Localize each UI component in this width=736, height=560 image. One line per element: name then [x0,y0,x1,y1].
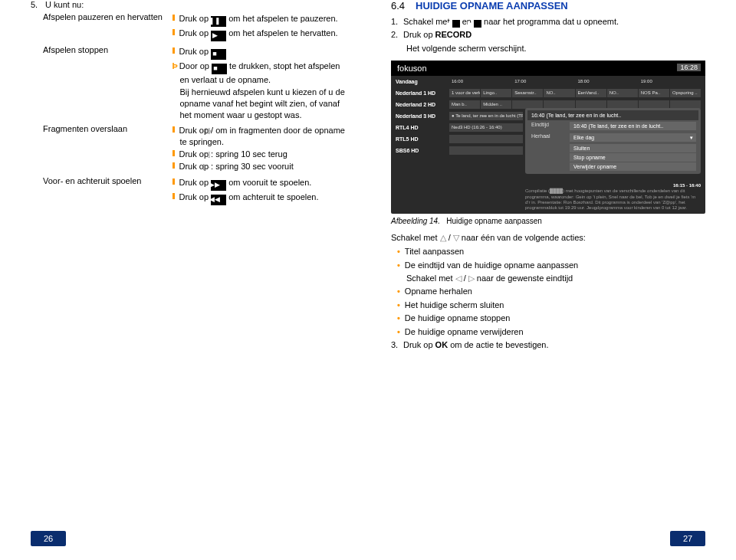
shot-channel-row: Nederland 1 HD1 voor de verkiezinge..Lin… [391,87,705,99]
shot-prog-cell [449,146,523,155]
bullet: •De eindtijd van de huidige opname aanpa… [391,260,705,271]
shot-prog-cell: NO.. [607,89,638,97]
list-item: ÞDoor op ■ te drukken, stopt het afspele… [172,61,346,86]
down-tri-icon: ▽ [453,233,459,243]
shot-channel-name: RTL5 HD [396,135,449,143]
row-label: Voor- en achteruit spoelen [31,175,172,208]
thorn-icon: Þ [172,61,178,70]
bullet-icon [172,126,175,133]
shot-prog-cell: NOS Pa.. [639,89,669,97]
page-number: 26 [31,531,66,546]
bullet-icon: • [397,327,400,336]
list-item: Druk op ◁: spring 10 sec terug [172,149,346,160]
nav-next-icon: ▶ [474,20,481,28]
table-row: Voor- en achteruit spoelen Druk op ▶▶ om… [31,175,345,208]
row-label: Afspelen pauzeren en hervatten [31,11,172,44]
bullet-icon [172,150,175,156]
shot-info: 16:15 - 16:40 Compilatie (████) met hoog… [525,183,701,211]
step-5-text: U kunt nu: [45,0,84,9]
row-label: Afspelen stoppen [31,44,172,123]
bullet-icon [172,47,175,54]
page-left: 5. U kunt nu: Afspelen pauzeren en herva… [0,0,368,560]
table-row: Fragmenten overslaan Druk op ◁/▷ om in f… [31,123,345,174]
bullet: •Opname herhalen [391,286,705,297]
shot-prog-cell [449,135,523,143]
step-1: 1.Schakel met ◀ en ▶ naar het programma … [391,16,705,28]
shot-prog-cell: ● Te land, ter zee en in de lucht (TROS) [449,112,523,120]
list-item: Druk op ◁/▷ om in fragmenten door de opn… [172,125,346,148]
bullet-icon [172,193,175,199]
bullet-icon: • [397,313,400,323]
shot-channel-name: Nederland 1 HD [396,89,449,97]
bullet: •Het huidige scherm sluiten [391,300,705,311]
step-2-line2: Het volgende scherm verschijnt. [391,43,705,54]
shot-prog-cell: 1 voor de verkiezinge.. [449,89,480,97]
list-item: Druk op ▶▶ om vooruit te spoelen. [172,177,346,191]
step-5: 5. U kunt nu: [31,0,345,9]
bullet-icon: • [397,247,400,256]
section-heading: 6.4HUIDIGE OPNAME AANPASSEN [391,0,705,11]
section-number: 6.4 [391,0,405,11]
bullet-icon [172,15,175,21]
list-item: Bij hernieuwd afspelen kunt u kiezen of … [172,87,346,121]
list-item: Druk op ❚❚ om het afspelen te pauzeren. [172,13,346,27]
shot-header-row: Vandaag 16:00 17:00 18:00 19:00 [391,76,705,87]
shot-channel-name: RTL4 HD [396,123,449,132]
bullet: •De huidige opname stoppen [391,313,705,324]
left-tri-icon: ◁ [455,273,462,284]
shot-prog-cell: Ned3 HD (16:26 - 16:40) [449,123,523,132]
shot-prog-cell: Midden .. [481,100,511,109]
bullet-icon: • [397,300,400,309]
bullet-icon: • [397,260,400,270]
row-label: Fragmenten overslaan [31,123,172,174]
shot-prog-cell: Opsporing .. [670,89,701,97]
section-title: HUIDIGE OPNAME AANPASSEN [416,0,568,11]
step-5-num: 5. [31,0,43,9]
page-number: 27 [670,531,705,546]
stop-icon: ■ [212,64,227,74]
row-content: Druk op ◁/▷ om in fragmenten door de opn… [172,123,346,174]
shot-prog-cell: Lingo.. [481,89,511,97]
tv-screenshot: fokuson 16:28 Vandaag 16:00 17:00 18:00 … [391,61,705,214]
bullet-icon [172,162,175,169]
bullet: •De huidige opname verwijderen [391,326,705,338]
shot-channel-name: SBS6 HD [396,146,449,155]
list-item: Druk op ▷: spring 30 sec vooruit [172,161,346,172]
stop-icon: ■ [211,49,226,60]
rewind-icon: ◀◀ [211,195,226,205]
up-tri-icon: △ [440,233,446,243]
row-content: Druk op ■ ÞDoor op ■ te drukken, stopt h… [172,44,346,123]
shot-prog-cell: NO.. [544,89,574,97]
list-item: Druk op ■ [172,46,346,60]
nav-prev-icon: ◀ [452,20,460,28]
table-row: Afspelen pauzeren en hervatten Druk op ❚… [31,11,345,44]
shot-prog-cell: EenVand.. [576,89,606,97]
bullet-icon [172,29,175,35]
bullet-sub: Schakel met ◁ / ▷ naar de gewenste eindt… [391,273,705,284]
right-tri-icon: ▷ [468,273,475,284]
bullet-icon [172,178,175,185]
schakel-line: Schakel met △ / ▽ naar één van de volgen… [391,233,705,243]
list-item: Druk op ◀◀ om achteruit te spoelen. [172,192,346,205]
figure-caption: Afbeelding 14. Huidige opname aanpassen [391,217,705,225]
bullet: •Titel aanpassen [391,246,705,257]
bullet-icon: • [397,287,400,296]
shot-clock: 16:28 [677,64,701,71]
shot-modal: 16:40 (Te land, ter zee en in de lucht..… [525,108,701,174]
page-right: 6.4HUIDIGE OPNAME AANPASSEN 1.Schakel me… [368,0,736,560]
shot-prog-cell: Man b.. [449,100,480,109]
shot-brand: fokuson 16:28 [391,61,705,76]
step-3: 3.Druk op OK om de actie te bevestigen. [391,339,705,351]
pause-icon: ❚❚ [211,16,226,27]
shot-channel-name: Nederland 3 HD [396,112,449,120]
shot-prog-cell: Sesamstr.. [512,89,543,97]
chevron-down-icon: ▾ [690,135,693,141]
row-content: Druk op ❚❚ om het afspelen te pauzeren. … [172,11,346,44]
shot-channel-name: Nederland 2 HD [396,100,449,109]
table-row: Afspelen stoppen Druk op ■ ÞDoor op ■ te… [31,44,345,123]
fast-forward-icon: ▶▶ [211,180,226,191]
row-content: Druk op ▶▶ om vooruit te spoelen. Druk o… [172,175,346,208]
play-icon: ▶ [211,31,226,41]
step-2: 2.Druk op RECORD [391,29,705,41]
actions-table: Afspelen pauzeren en hervatten Druk op ❚… [31,11,345,208]
